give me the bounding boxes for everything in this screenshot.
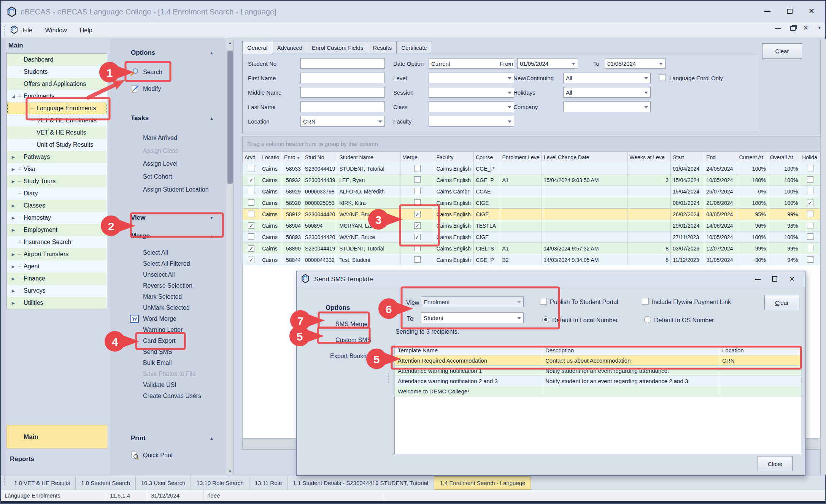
mdi-restore-icon[interactable] — [790, 26, 796, 31]
option-item-create-canvas-users[interactable]: Create Canvas Users — [114, 390, 227, 401]
collapse-up-icon[interactable]: ▲ — [210, 234, 214, 238]
tree-collapsed-icon[interactable]: ▶ — [9, 179, 17, 184]
option-item-bulk-email[interactable]: Bulk Email — [114, 357, 227, 368]
grid-col-merge[interactable]: Merge — [400, 152, 434, 163]
option-item-validate-usi[interactable]: Validate USI — [114, 379, 227, 390]
tree-collapsed-icon[interactable]: ▶ — [9, 167, 17, 172]
mdi-menu-chevron-icon[interactable]: ▾ — [818, 25, 821, 30]
sidebar-item-homestay[interactable]: ▶Homestay — [7, 212, 107, 224]
option-item-mark-selected[interactable]: Mark Selected — [114, 291, 227, 302]
from-date-select[interactable]: 01/05/2024 — [517, 58, 578, 69]
dialog-item-export-bookmarks[interactable]: Export Bookmarks — [330, 353, 380, 360]
sidebar-item-students[interactable]: Students — [7, 66, 107, 78]
grid-groupby-bar[interactable]: Drag a column header here to group by th… — [242, 136, 820, 151]
option-item-card-export[interactable]: Card Export — [114, 335, 227, 346]
sidebar-item-agent[interactable]: ▶Agent — [7, 260, 107, 273]
flywire-checkbox[interactable] — [642, 298, 649, 305]
grid-col-end[interactable]: End — [704, 152, 737, 163]
option-item-send-sms[interactable]: Send SMS — [114, 346, 227, 357]
sidebar-item-classes[interactable]: ▶Classes — [7, 200, 107, 212]
middle-name-input[interactable] — [300, 87, 385, 98]
maximize-icon[interactable] — [781, 5, 798, 17]
grid-col-level-change-date[interactable]: Level Change Date — [542, 152, 627, 163]
company-select[interactable] — [563, 101, 651, 112]
grid-col-faculty[interactable]: Faculty — [434, 152, 474, 163]
scroll-down-icon[interactable]: ▼ — [227, 468, 233, 475]
grid-row[interactable]: Cairns58933S230044419STUDENT, TutorialCa… — [243, 163, 820, 174]
dialog-maximize-icon[interactable] — [772, 276, 777, 282]
collapse-up-icon[interactable]: ▲ — [210, 116, 214, 120]
tree-collapsed-icon[interactable]: ▶ — [9, 252, 17, 257]
new-continuing-select[interactable]: All — [563, 73, 651, 83]
grid-merge-checkbox[interactable] — [414, 222, 421, 229]
grid-merge-checkbox[interactable] — [414, 245, 421, 251]
dialog-splitter[interactable] — [388, 373, 390, 383]
language-enrol-only-checkbox[interactable] — [659, 74, 666, 81]
sidebar-item-pathways[interactable]: ▶Pathways — [7, 151, 107, 163]
mdi-minimize-icon[interactable] — [775, 28, 781, 29]
dialog-close-button[interactable]: Close — [758, 456, 793, 471]
location-select[interactable]: CRN — [300, 116, 385, 127]
tab-general[interactable]: General — [242, 41, 272, 54]
content-vscrollbar[interactable] — [820, 39, 826, 475]
grid-merge-checkbox[interactable] — [414, 256, 421, 263]
menu-file[interactable]: File — [22, 27, 32, 33]
grid-holida-checkbox[interactable] — [807, 200, 813, 206]
last-name-input[interactable] — [300, 101, 385, 112]
scrollbar-thumb[interactable] — [227, 51, 233, 184]
option-item-unselect-all[interactable]: Unselect All — [114, 269, 227, 280]
grid-row[interactable]: Cairns58890S230044419STUDENT, TutorialCa… — [243, 243, 820, 254]
tree-collapsed-icon[interactable]: ▶ — [9, 264, 17, 269]
dialog-item-custom-sms[interactable]: Custom SMS — [335, 337, 371, 344]
bottom-tab-1[interactable]: 1.8 VET & HE Results — [9, 476, 76, 490]
tree-collapsed-icon[interactable]: ▶ — [9, 288, 17, 293]
grid-merge-checkbox[interactable] — [414, 176, 421, 183]
grid-holida-checkbox[interactable] — [807, 222, 813, 228]
sidebar-item-vet-he-results[interactable]: VET & HE Results — [7, 127, 107, 139]
menu-help[interactable]: Help — [80, 27, 92, 33]
bottom-tab-6[interactable]: 1.1 Student Details - S230044419 STUDENT… — [288, 476, 434, 490]
option-item-assign-student-location[interactable]: Assign Student Location — [114, 183, 227, 196]
dialog-options-header[interactable]: Options — [326, 304, 350, 312]
grid-arvd-checkbox[interactable] — [248, 165, 254, 171]
sidebar-item-surveys[interactable]: ▶Surveys — [7, 285, 107, 297]
option-item-mark-arrived[interactable]: Mark Arrived — [114, 132, 227, 144]
grid-holida-checkbox[interactable] — [807, 211, 813, 217]
tree-expanded-icon[interactable]: ◢ — [9, 94, 17, 99]
bottom-tab-7[interactable]: 1.4 Enrolment Search - Language — [434, 476, 531, 490]
dialog-close-icon[interactable]: ✕ — [789, 275, 795, 283]
sidebar-item-finance[interactable]: ▶Finance — [7, 273, 107, 285]
section-header-view[interactable]: View▼ — [114, 213, 227, 223]
grid-arvd-checkbox[interactable] — [248, 245, 254, 252]
option-item-reverse-selection[interactable]: Reverse Selection — [114, 280, 227, 291]
mdi-close-icon[interactable]: ✕ — [803, 24, 809, 32]
section-header-merge[interactable]: Merge▲ — [114, 231, 227, 241]
grid-row[interactable]: Cairns588440000044332Test, StudentCairns… — [243, 254, 820, 266]
template-col-description[interactable]: Description — [542, 345, 719, 355]
grid-col-weeks-at-leve[interactable]: Weeks at Leve — [627, 152, 671, 163]
dialog-clear-button[interactable]: Clear — [764, 295, 799, 310]
section-header-options[interactable]: Options▲ — [114, 48, 227, 58]
tab-results[interactable]: Results — [368, 41, 396, 54]
options-scrollbar[interactable]: ▲ ▼ — [227, 39, 234, 475]
sidebar-item-insurance-search[interactable]: Insurance Search — [7, 236, 107, 248]
tree-collapsed-icon[interactable]: ▶ — [9, 276, 17, 281]
grid-holida-checkbox[interactable] — [807, 176, 813, 183]
sidebar-item-dashboard[interactable]: Dashboard — [7, 54, 107, 66]
grid-merge-checkbox[interactable] — [414, 234, 421, 240]
sidebar-item-study-tours[interactable]: ▶Study Tours — [7, 175, 107, 187]
minimize-icon[interactable] — [759, 5, 776, 17]
grid-arvd-checkbox[interactable] — [248, 177, 254, 183]
collapse-up-icon[interactable]: ▲ — [210, 436, 214, 441]
clear-button[interactable]: Clear — [762, 43, 802, 59]
sidebar-item-visa[interactable]: ▶Visa — [7, 163, 107, 175]
to-select[interactable]: Student — [421, 312, 524, 323]
template-row[interactable]: Attendance warning notification 1Notify … — [395, 366, 802, 376]
sidebar-item-language-enrolments[interactable]: Language Enrolments — [7, 102, 107, 114]
publish-portal-checkbox[interactable] — [540, 298, 547, 305]
template-col-template-name[interactable]: Template Name — [395, 345, 542, 355]
grid-merge-checkbox[interactable] — [414, 188, 421, 194]
bottom-tab-5[interactable]: 13.11 Role — [249, 476, 288, 490]
grid-col-enrolment-leve[interactable]: Enrolment Leve — [500, 152, 542, 163]
tab-advanced[interactable]: Advanced — [272, 41, 307, 54]
